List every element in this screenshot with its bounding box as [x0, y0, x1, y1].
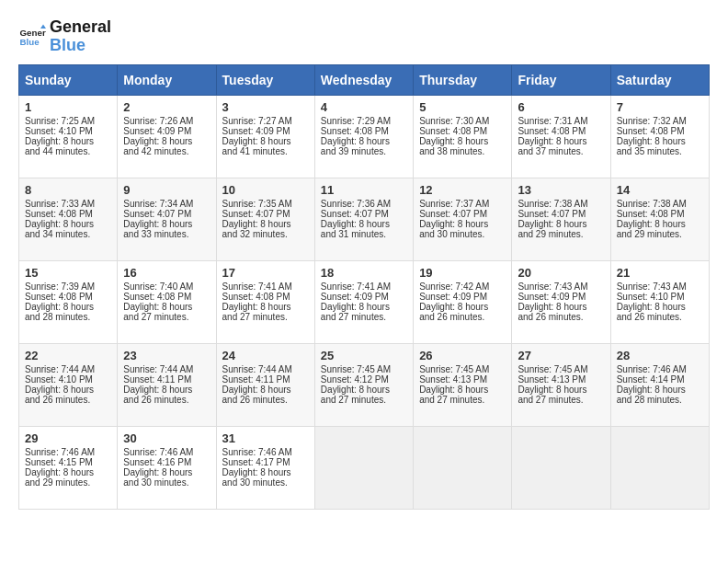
day-number: 23: [123, 349, 210, 362]
day-number: 5: [419, 100, 506, 114]
daylight-label: Daylight: 8 hours and 44 minutes.: [25, 136, 94, 156]
calendar-cell: 4 Sunrise: 7:29 AM Sunset: 4:08 PM Dayli…: [314, 95, 413, 178]
sunset-label: Sunset: 4:10 PM: [617, 292, 685, 302]
calendar-cell: 12 Sunrise: 7:37 AM Sunset: 4:07 PM Dayl…: [414, 178, 512, 260]
daylight-label: Daylight: 8 hours and 30 minutes.: [222, 467, 291, 488]
sunrise-label: Sunrise: 7:34 AM: [123, 199, 193, 209]
sunset-label: Sunset: 4:07 PM: [321, 209, 389, 219]
day-number: 11: [321, 183, 407, 197]
sunrise-label: Sunrise: 7:42 AM: [419, 282, 489, 292]
sunset-label: Sunset: 4:09 PM: [123, 126, 191, 136]
calendar-cell: 5 Sunrise: 7:30 AM Sunset: 4:08 PM Dayli…: [414, 95, 512, 178]
day-number: 4: [321, 100, 407, 114]
daylight-label: Daylight: 8 hours and 27 minutes.: [321, 385, 390, 405]
sunset-label: Sunset: 4:09 PM: [419, 292, 487, 302]
sunrise-label: Sunrise: 7:30 AM: [419, 116, 489, 126]
calendar-cell: 8 Sunrise: 7:33 AM Sunset: 4:08 PM Dayli…: [19, 178, 118, 260]
calendar-cell: 25 Sunrise: 7:45 AM Sunset: 4:12 PM Dayl…: [314, 343, 413, 426]
day-number: 2: [123, 100, 210, 114]
calendar-cell: 6 Sunrise: 7:31 AM Sunset: 4:08 PM Dayli…: [512, 95, 610, 178]
sunset-label: Sunset: 4:10 PM: [25, 374, 93, 385]
sunrise-label: Sunrise: 7:41 AM: [321, 282, 391, 292]
sunset-label: Sunset: 4:08 PM: [617, 209, 685, 219]
sunset-label: Sunset: 4:11 PM: [123, 374, 191, 385]
calendar-cell: 23 Sunrise: 7:44 AM Sunset: 4:11 PM Dayl…: [118, 343, 216, 426]
sunset-label: Sunset: 4:08 PM: [222, 292, 290, 302]
sunrise-label: Sunrise: 7:45 AM: [518, 364, 587, 374]
sunset-label: Sunset: 4:10 PM: [25, 126, 93, 136]
daylight-label: Daylight: 8 hours and 26 minutes.: [419, 302, 488, 322]
calendar-cell: 31 Sunrise: 7:46 AM Sunset: 4:17 PM Dayl…: [216, 426, 314, 509]
daylight-label: Daylight: 8 hours and 26 minutes.: [123, 385, 192, 405]
day-number: 10: [222, 183, 309, 197]
logo-text: General Blue: [50, 18, 111, 55]
daylight-label: Daylight: 8 hours and 39 minutes.: [321, 136, 390, 156]
sunrise-label: Sunrise: 7:44 AM: [25, 364, 95, 374]
sunset-label: Sunset: 4:07 PM: [123, 209, 191, 219]
sunset-label: Sunset: 4:08 PM: [321, 126, 389, 136]
day-number: 20: [518, 266, 604, 280]
sunrise-label: Sunrise: 7:46 AM: [617, 364, 687, 374]
sunrise-label: Sunrise: 7:44 AM: [222, 364, 292, 374]
page-header: General Blue General Blue: [18, 18, 710, 55]
calendar-cell: 30 Sunrise: 7:46 AM Sunset: 4:16 PM Dayl…: [118, 426, 216, 509]
sunset-label: Sunset: 4:08 PM: [25, 292, 93, 302]
day-number: 19: [419, 266, 506, 280]
sunset-label: Sunset: 4:08 PM: [25, 209, 93, 219]
sunset-label: Sunset: 4:15 PM: [25, 457, 93, 467]
daylight-label: Daylight: 8 hours and 27 minutes.: [222, 302, 291, 322]
calendar-cell: 14 Sunrise: 7:38 AM Sunset: 4:08 PM Dayl…: [610, 178, 709, 260]
column-header-monday: Monday: [118, 64, 216, 95]
calendar-week-row: 15 Sunrise: 7:39 AM Sunset: 4:08 PM Dayl…: [19, 260, 710, 343]
sunset-label: Sunset: 4:08 PM: [518, 126, 586, 136]
daylight-label: Daylight: 8 hours and 27 minutes.: [123, 302, 192, 322]
day-number: 31: [222, 431, 309, 445]
day-number: 29: [25, 431, 111, 445]
sunrise-label: Sunrise: 7:29 AM: [321, 116, 391, 126]
calendar-cell: 28 Sunrise: 7:46 AM Sunset: 4:14 PM Dayl…: [610, 343, 709, 426]
sunrise-label: Sunrise: 7:36 AM: [321, 199, 391, 209]
sunrise-label: Sunrise: 7:46 AM: [123, 447, 193, 457]
daylight-label: Daylight: 8 hours and 28 minutes.: [617, 385, 686, 405]
sunrise-label: Sunrise: 7:43 AM: [617, 282, 687, 292]
day-number: 30: [123, 431, 210, 445]
sunrise-label: Sunrise: 7:31 AM: [518, 116, 587, 126]
calendar-cell: [314, 426, 413, 509]
calendar-cell: 19 Sunrise: 7:42 AM Sunset: 4:09 PM Dayl…: [414, 260, 512, 343]
day-number: 24: [222, 349, 309, 362]
day-number: 3: [222, 100, 309, 114]
sunrise-label: Sunrise: 7:32 AM: [617, 116, 687, 126]
sunset-label: Sunset: 4:09 PM: [222, 126, 290, 136]
sunrise-label: Sunrise: 7:44 AM: [123, 364, 193, 374]
sunrise-label: Sunrise: 7:26 AM: [123, 116, 193, 126]
daylight-label: Daylight: 8 hours and 27 minutes.: [419, 385, 488, 405]
daylight-label: Daylight: 8 hours and 26 minutes.: [617, 302, 686, 322]
calendar-cell: 17 Sunrise: 7:41 AM Sunset: 4:08 PM Dayl…: [216, 260, 314, 343]
day-number: 16: [123, 266, 210, 280]
day-number: 21: [617, 266, 703, 280]
column-header-sunday: Sunday: [19, 64, 118, 95]
calendar-cell: 15 Sunrise: 7:39 AM Sunset: 4:08 PM Dayl…: [19, 260, 118, 343]
calendar-cell: 2 Sunrise: 7:26 AM Sunset: 4:09 PM Dayli…: [118, 95, 216, 178]
daylight-label: Daylight: 8 hours and 26 minutes.: [222, 385, 291, 405]
daylight-label: Daylight: 8 hours and 29 minutes.: [617, 219, 686, 239]
logo: General Blue General Blue: [18, 18, 111, 55]
sunset-label: Sunset: 4:13 PM: [419, 374, 487, 385]
daylight-label: Daylight: 8 hours and 29 minutes.: [518, 219, 586, 239]
daylight-label: Daylight: 8 hours and 26 minutes.: [518, 302, 586, 322]
daylight-label: Daylight: 8 hours and 31 minutes.: [321, 219, 390, 239]
sunset-label: Sunset: 4:16 PM: [123, 457, 191, 467]
calendar-week-row: 22 Sunrise: 7:44 AM Sunset: 4:10 PM Dayl…: [19, 343, 710, 426]
daylight-label: Daylight: 8 hours and 38 minutes.: [419, 136, 488, 156]
day-number: 9: [123, 183, 210, 197]
day-number: 8: [25, 183, 111, 197]
day-number: 1: [25, 100, 111, 114]
day-number: 18: [321, 266, 407, 280]
daylight-label: Daylight: 8 hours and 34 minutes.: [25, 219, 94, 239]
sunrise-label: Sunrise: 7:27 AM: [222, 116, 292, 126]
sunrise-label: Sunrise: 7:43 AM: [518, 282, 587, 292]
day-number: 15: [25, 266, 111, 280]
logo-icon: General Blue: [18, 23, 46, 51]
sunrise-label: Sunrise: 7:40 AM: [123, 282, 193, 292]
daylight-label: Daylight: 8 hours and 28 minutes.: [25, 302, 94, 322]
